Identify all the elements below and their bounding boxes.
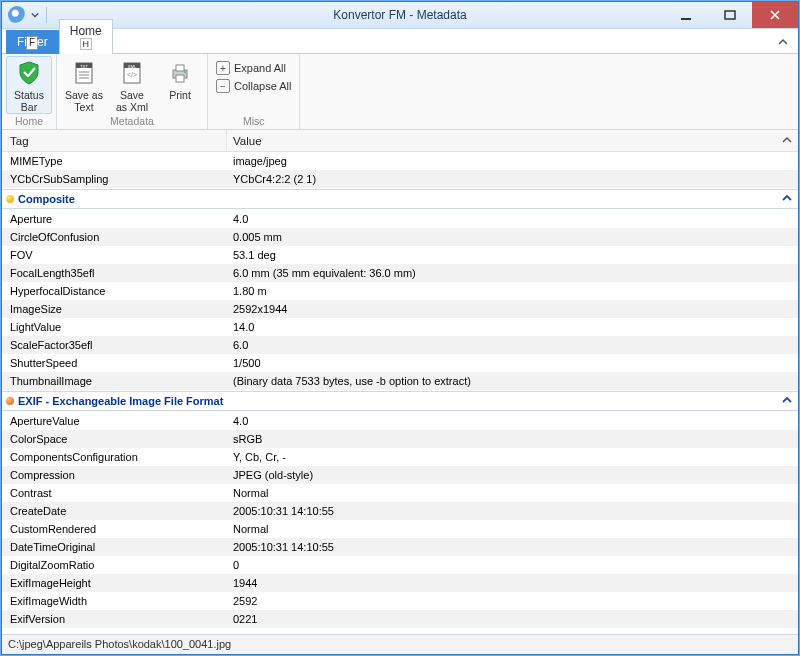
svg-point-15 [184,71,186,73]
expand-all-button[interactable]: + Expand All [212,60,295,76]
table-row[interactable]: ImageSize2592x1944 [2,300,798,318]
cell-tag: ExifVersion [2,613,227,625]
ribbon-tabs: FiFer Home H [2,29,798,53]
cell-value: Normal [227,523,798,535]
table-row[interactable]: YCbCrSubSamplingYCbCr4:2:2 (2 1) [2,170,798,188]
cell-value: 1/500 [227,357,798,369]
table-row[interactable]: ThumbnailImage(Binary data 7533 bytes, u… [2,372,798,390]
cell-value: sRGB [227,433,798,445]
cell-tag: ScaleFactor35efl [2,339,227,351]
plus-icon: + [216,61,230,75]
cell-tag: DateTimeOriginal [2,541,227,553]
window-buttons [664,2,798,28]
cell-tag: Compression [2,469,227,481]
qat-dropdown-icon[interactable] [30,6,40,24]
svg-rect-13 [176,65,184,71]
table-row[interactable]: FocalLength35efl6.0 mm (35 mm equivalent… [2,264,798,282]
table-row[interactable]: DigitalZoomRatio0 [2,556,798,574]
section-bullet-icon [2,397,18,405]
cell-tag: FOV [2,249,227,261]
print-button[interactable]: Print [157,56,203,114]
section-bullet-icon [2,195,18,203]
app-window: Konvertor FM - Metadata FiFer Home H [1,1,799,655]
table-row[interactable]: Aperture4.0 [2,210,798,228]
table-row[interactable]: CustomRenderedNormal [2,520,798,538]
cell-tag: ImageSize [2,303,227,315]
tab-home[interactable]: Home H [59,19,113,54]
table-row[interactable]: CompressionJPEG (old-style) [2,466,798,484]
collapse-all-label: Collapse All [234,80,291,92]
table-row[interactable]: CreateDate2005:10:31 14:10:55 [2,502,798,520]
collapse-all-button[interactable]: − Collapse All [212,78,295,94]
table-row[interactable]: ComponentsConfigurationY, Cb, Cr, - [2,448,798,466]
ribbon-collapse-icon[interactable] [768,33,798,53]
statusbar-path: C:\jpeg\Appareils Photos\kodak\100_0041.… [8,638,231,650]
cell-tag: ThumbnailImage [2,375,227,387]
status-bar-button[interactable]: Status Bar [6,56,52,114]
cell-value: image/jpeg [227,155,798,167]
cell-value: 0 [227,559,798,571]
table-row[interactable]: ScaleFactor35efl6.0 [2,336,798,354]
table-row[interactable]: HyperfocalDistance1.80 m [2,282,798,300]
cell-value: 0221 [227,613,798,625]
ribbon-group-metadata: TXT Save as Text XML</> Save as Xml [57,54,208,129]
table-row[interactable]: DateTimeOriginal2005:10:31 14:10:55 [2,538,798,556]
cell-tag: ExifImageWidth [2,595,227,607]
grid-body[interactable]: MIMETypeimage/jpegYCbCrSubSamplingYCbCr4… [2,152,798,634]
table-row[interactable]: CircleOfConfusion0.005 mm [2,228,798,246]
cell-tag: LightValue [2,321,227,333]
table-row[interactable]: ApertureValue4.0 [2,412,798,430]
table-row[interactable]: MIMETypeimage/jpeg [2,152,798,170]
column-header-tag[interactable]: Tag [2,130,227,151]
chevron-up-icon[interactable] [782,395,792,407]
cell-tag: ColorSpace [2,433,227,445]
column-header-value[interactable]: Value [227,130,776,151]
xml-file-icon: XML</> [117,59,147,87]
table-row[interactable]: ShutterSpeed1/500 [2,354,798,372]
svg-text:TXT: TXT [80,64,88,69]
quick-access-toolbar [2,6,49,24]
cell-value: YCbCr4:2:2 (2 1) [227,173,798,185]
cell-tag: YCbCrSubSampling [2,173,227,185]
cell-value: 4.0 [227,415,798,427]
table-row[interactable]: ExifVersion0221 [2,610,798,628]
svg-text:XML: XML [128,64,137,69]
cell-tag: CreateDate [2,505,227,517]
table-row[interactable]: FOV53.1 deg [2,246,798,264]
tab-home-label: Home [70,24,102,38]
qat-separator [46,7,47,23]
table-row[interactable]: ExifImageWidth2592 [2,592,798,610]
chevron-up-icon[interactable] [782,193,792,205]
section-title: EXIF - Exchangeable Image File Format [18,395,223,407]
cell-value: 53.1 deg [227,249,798,261]
table-row[interactable]: ContrastNormal [2,484,798,502]
table-row[interactable]: ColorSpacesRGB [2,430,798,448]
print-label: Print [169,89,191,101]
group-misc-label: Misc [212,114,295,129]
section-title: Composite [18,193,75,205]
chevron-up-icon[interactable] [776,135,798,147]
section-header[interactable]: EXIF - Exchangeable Image File Format [2,391,798,411]
ribbon-group-misc: + Expand All − Collapse All Misc [208,54,300,129]
cell-value: 6.0 mm (35 mm equivalent: 36.0 mm) [227,267,798,279]
close-button[interactable] [752,2,798,28]
group-metadata-label: Metadata [61,114,203,129]
table-row[interactable]: LightValue14.0 [2,318,798,336]
save-text-label: Save as Text [65,89,103,113]
svg-text:</>: </> [127,71,137,78]
ribbon: FiFer Home H Status Bar [2,29,798,130]
minimize-button[interactable] [664,2,708,28]
section-header[interactable]: Composite [2,189,798,209]
tab-file[interactable]: FiFer [6,30,59,54]
expand-all-label: Expand All [234,62,286,74]
table-row[interactable]: ExifImageHeight1944 [2,574,798,592]
cell-value: 0.005 mm [227,231,798,243]
cell-tag: HyperfocalDistance [2,285,227,297]
save-as-xml-button[interactable]: XML</> Save as Xml [109,56,155,114]
cell-value: 2592x1944 [227,303,798,315]
maximize-button[interactable] [708,2,752,28]
cell-value: Y, Cb, Cr, - [227,451,798,463]
app-icon[interactable] [8,6,26,24]
save-as-text-button[interactable]: TXT Save as Text [61,56,107,114]
ribbon-group-home: Status Bar Home [2,54,57,129]
